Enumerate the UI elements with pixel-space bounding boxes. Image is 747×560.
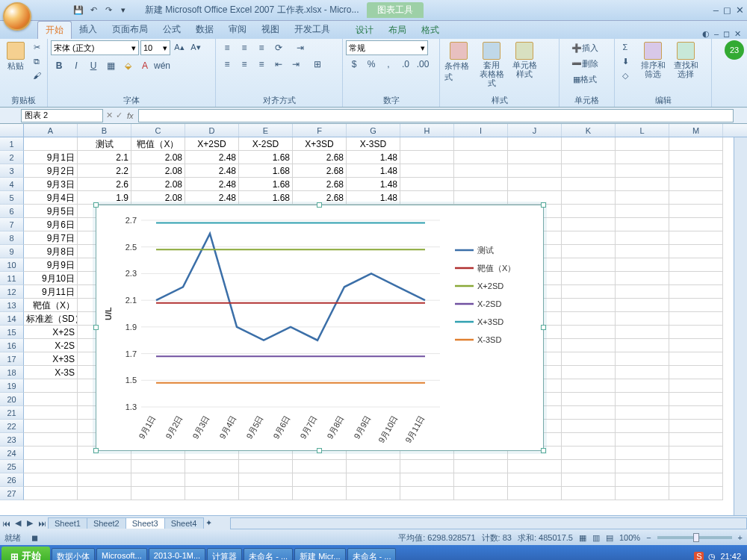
- row-header[interactable]: 21: [0, 406, 24, 420]
- row-header[interactable]: 6: [0, 205, 24, 218]
- cell[interactable]: [78, 460, 131, 473]
- align-left-icon[interactable]: ≡: [219, 57, 235, 72]
- cell[interactable]: [78, 487, 131, 500]
- qat-more-icon[interactable]: ▾: [117, 4, 130, 17]
- close-icon[interactable]: ✕: [736, 4, 744, 16]
- italic-button[interactable]: I: [68, 58, 84, 73]
- font-color-button[interactable]: A: [137, 58, 153, 73]
- font-name-combo[interactable]: 宋体 (正文)▾: [51, 40, 139, 55]
- zoom-level[interactable]: 100%: [619, 533, 640, 542]
- cell[interactable]: [293, 487, 347, 500]
- cell[interactable]: [24, 137, 78, 151]
- inc-decimal-icon[interactable]: .0: [397, 57, 414, 72]
- cell[interactable]: 9月11日: [24, 285, 78, 299]
- tab-插入[interactable]: 插入: [72, 21, 105, 39]
- cell[interactable]: [508, 460, 562, 473]
- cell[interactable]: 2.08: [131, 151, 185, 164]
- cell[interactable]: [669, 164, 723, 178]
- cell[interactable]: [616, 151, 669, 164]
- cell[interactable]: 2.48: [185, 151, 239, 164]
- cell[interactable]: [669, 285, 723, 299]
- cell[interactable]: [24, 393, 78, 406]
- cut-icon[interactable]: ✂: [29, 40, 44, 54]
- insert-cells-button[interactable]: ➕ 插入: [562, 40, 607, 55]
- fill-color-button[interactable]: ⬙: [120, 58, 136, 73]
- cell[interactable]: 2.1: [78, 151, 131, 164]
- select-all-corner[interactable]: [0, 124, 24, 137]
- minimize-icon[interactable]: –: [713, 4, 719, 16]
- row-header[interactable]: 14: [0, 312, 24, 326]
- cell[interactable]: 1.48: [347, 151, 400, 164]
- cell[interactable]: 9月8日: [24, 245, 78, 258]
- comma-icon[interactable]: ,: [380, 57, 397, 72]
- col-header[interactable]: M: [669, 124, 723, 137]
- cell[interactable]: [562, 433, 616, 447]
- cell[interactable]: 2.08: [131, 178, 185, 191]
- macro-record-icon[interactable]: ◼: [31, 533, 38, 543]
- taskbar-task[interactable]: 2013-0-1M...: [149, 548, 205, 561]
- cell[interactable]: [347, 460, 400, 473]
- cell[interactable]: [616, 487, 669, 500]
- cell[interactable]: [669, 352, 723, 366]
- tab-开发工具[interactable]: 开发工具: [287, 21, 338, 39]
- row-header[interactable]: 2: [0, 151, 24, 164]
- cell[interactable]: [562, 339, 616, 352]
- cell[interactable]: [616, 352, 669, 366]
- ribbon-restore-icon[interactable]: ◻: [723, 29, 730, 39]
- row-header[interactable]: 25: [0, 460, 24, 473]
- row-header[interactable]: 12: [0, 285, 24, 299]
- cell[interactable]: [454, 460, 508, 473]
- cell[interactable]: 1.48: [347, 164, 400, 178]
- save-icon[interactable]: 💾: [72, 4, 85, 17]
- tray-clock[interactable]: 21:42: [720, 552, 741, 560]
- shrink-font-icon[interactable]: A▾: [188, 40, 203, 54]
- tab-nav-prev-icon[interactable]: ◀: [12, 517, 24, 529]
- align-center-icon[interactable]: ≡: [236, 57, 252, 72]
- cell[interactable]: X+2S: [24, 326, 78, 339]
- zoom-slider[interactable]: [657, 536, 732, 539]
- cell[interactable]: [562, 151, 616, 164]
- office-button[interactable]: [3, 2, 31, 31]
- cell[interactable]: [24, 487, 78, 500]
- cell[interactable]: [454, 164, 508, 178]
- cell[interactable]: 1.68: [239, 164, 293, 178]
- cell[interactable]: 2.08: [131, 164, 185, 178]
- cell[interactable]: [669, 473, 723, 487]
- cell[interactable]: [400, 164, 454, 178]
- cell[interactable]: [669, 406, 723, 420]
- tab-nav-first-icon[interactable]: ⏮: [0, 517, 12, 529]
- tab-nav-last-icon[interactable]: ⏭: [36, 517, 48, 529]
- cell[interactable]: 1.48: [347, 178, 400, 191]
- cell[interactable]: [131, 460, 185, 473]
- row-header[interactable]: 22: [0, 420, 24, 433]
- row-header[interactable]: 19: [0, 379, 24, 393]
- col-header[interactable]: E: [239, 124, 293, 137]
- cell[interactable]: 2.48: [185, 178, 239, 191]
- cell[interactable]: [562, 420, 616, 433]
- cell-styles-button[interactable]: 单元格 样式: [509, 40, 540, 80]
- cell[interactable]: [239, 460, 293, 473]
- tab-设计[interactable]: 设计: [348, 22, 381, 39]
- col-header[interactable]: H: [400, 124, 454, 137]
- cell[interactable]: [616, 299, 669, 312]
- cell[interactable]: [508, 487, 562, 500]
- cell[interactable]: 9月10日: [24, 272, 78, 285]
- cell[interactable]: [616, 205, 669, 218]
- resize-handle[interactable]: [541, 202, 546, 208]
- help-icon[interactable]: ◐: [702, 29, 710, 39]
- tab-视图[interactable]: 视图: [254, 21, 287, 39]
- cell[interactable]: [562, 460, 616, 473]
- cell[interactable]: [562, 231, 616, 245]
- cell[interactable]: [508, 178, 562, 191]
- ribbon-close-icon[interactable]: ✕: [734, 29, 741, 39]
- cell[interactable]: [185, 473, 239, 487]
- col-header[interactable]: D: [185, 124, 239, 137]
- cell[interactable]: [454, 473, 508, 487]
- row-header[interactable]: 18: [0, 366, 24, 379]
- align-top-icon[interactable]: ≡: [219, 40, 235, 55]
- cell[interactable]: 1.68: [239, 178, 293, 191]
- cell[interactable]: [185, 460, 239, 473]
- cell[interactable]: X-3SD: [347, 137, 400, 151]
- cell[interactable]: 1.68: [239, 191, 293, 205]
- fill-icon[interactable]: ⬇: [618, 55, 633, 68]
